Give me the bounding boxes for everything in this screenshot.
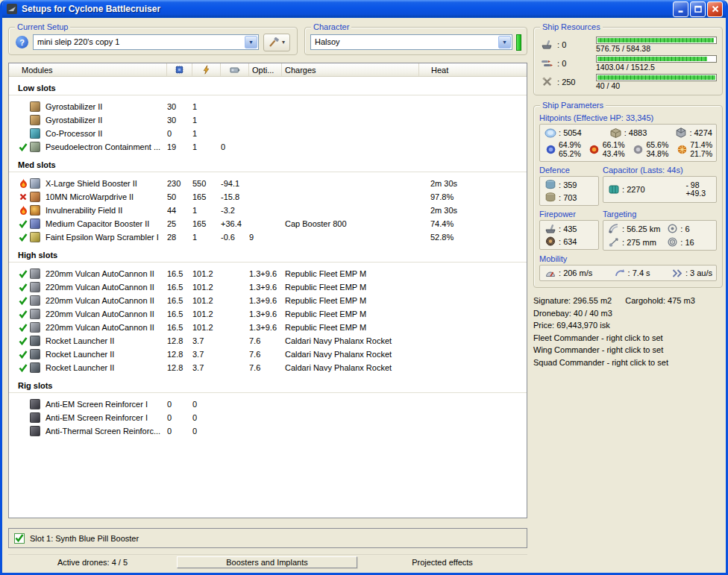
offline-cross-icon bbox=[19, 193, 27, 201]
scrambler-module-icon bbox=[30, 232, 40, 242]
slot-section-header: Low slots bbox=[9, 84, 527, 95]
module-row[interactable]: Rocket Launcher II 12.8 3.7 7.6 Caldari … bbox=[9, 348, 527, 361]
module-row[interactable]: 220mm Vulcan AutoCannon II 16.5 101.2 1.… bbox=[9, 321, 527, 334]
module-powergrid-value: 101.2 bbox=[192, 296, 221, 305]
setup-combobox[interactable]: mini sleip 220's copy 1 ▼ bbox=[33, 34, 259, 50]
squad-commander-text[interactable]: Squad Commander - right click to set bbox=[533, 356, 723, 369]
character-combobox-value[interactable]: Halsoy bbox=[311, 35, 498, 49]
module-charge: Caldari Navy Phalanx Rocket bbox=[282, 350, 419, 359]
defence-label: Defence bbox=[539, 166, 599, 175]
module-row[interactable]: 220mm Vulcan AutoCannon II 16.5 101.2 1.… bbox=[9, 267, 527, 280]
module-cpu-value: 0 bbox=[167, 413, 192, 422]
slot-section-header: High slots bbox=[9, 251, 527, 263]
character-skill-indicator bbox=[516, 34, 521, 51]
module-cpu-value: 19 bbox=[167, 142, 192, 151]
close-button[interactable] bbox=[707, 1, 723, 17]
module-row[interactable]: X-Large Shield Booster II 230 550 -94.1 … bbox=[9, 177, 527, 190]
help-icon[interactable]: ? bbox=[16, 36, 28, 48]
character-combobox[interactable]: Halsoy ▼ bbox=[310, 34, 512, 50]
module-row[interactable]: 220mm Vulcan AutoCannon II 16.5 101.2 1.… bbox=[9, 280, 527, 294]
module-icon-cell bbox=[30, 309, 43, 319]
hitpoints-label: Hitpoints (Effective HP: 33,345) bbox=[539, 113, 717, 122]
module-cpu-value: 12.8 bbox=[167, 336, 192, 345]
module-row[interactable]: Medium Capacitor Booster II 25 165 +36.4… bbox=[9, 217, 527, 230]
hitpoints-box: 5054 4883 4274 64.9%65.2% 66.1%43.4% 65.… bbox=[539, 124, 717, 162]
slot-section-title: Low slots bbox=[18, 84, 56, 92]
setup-tools-button[interactable]: ▾ bbox=[263, 34, 290, 51]
module-row[interactable]: Invulnerability Field II 44 1 -3.2 2m 30… bbox=[9, 204, 527, 217]
opti-column-header: Opti... bbox=[249, 63, 282, 76]
hull-icon bbox=[674, 128, 688, 138]
module-icon-cell bbox=[30, 219, 43, 229]
current-setup-group: Current Setup ? mini sleip 220's copy 1 … bbox=[8, 27, 298, 55]
shield-booster-module-icon bbox=[30, 178, 40, 189]
module-cpu-value: 25 bbox=[167, 219, 192, 228]
module-status bbox=[16, 297, 30, 305]
module-status bbox=[16, 310, 30, 318]
module-row[interactable]: 220mm Vulcan AutoCannon II 16.5 101.2 1.… bbox=[9, 307, 527, 321]
module-row[interactable]: Anti-Thermal Screen Reinforc... 0 0 bbox=[9, 424, 527, 438]
module-row[interactable]: Rocket Launcher II 12.8 3.7 7.6 Caldari … bbox=[9, 334, 527, 348]
projected-effects-panel[interactable]: Projected effects bbox=[357, 556, 527, 568]
minimize-icon bbox=[677, 5, 685, 13]
module-row[interactable]: Co-Processor II 0 1 bbox=[9, 127, 527, 140]
module-row[interactable]: Rocket Launcher II 12.8 3.7 7.6 Caldari … bbox=[9, 361, 527, 374]
module-cpu-value: 230 bbox=[167, 179, 192, 188]
wrench-icon bbox=[269, 37, 279, 47]
module-heat: 2m 30s bbox=[419, 206, 527, 215]
module-row[interactable]: Gyrostabilizer II 30 1 bbox=[9, 100, 527, 113]
module-row[interactable]: Anti-EM Screen Reinforcer I 0 0 bbox=[9, 398, 527, 411]
max-velocity-icon bbox=[544, 268, 557, 277]
module-cpu-value: 30 bbox=[167, 116, 192, 125]
shield-thermal-resist: 66.1% bbox=[603, 141, 625, 150]
titlebar[interactable]: Setups for Cyclone Battlecruiser bbox=[2, 0, 726, 18]
active-drones-panel[interactable]: Active drones: 4 / 5 bbox=[8, 556, 177, 568]
module-name: 220mm Vulcan AutoCannon II bbox=[43, 269, 167, 278]
defence-box: 359 703 bbox=[539, 176, 599, 206]
module-powergrid-value: 1 bbox=[192, 142, 221, 151]
hull-hp-value: 4274 bbox=[689, 128, 712, 137]
active-check-icon bbox=[19, 297, 28, 305]
calibration-icon bbox=[542, 77, 552, 87]
module-charge: Republic Fleet EMP M bbox=[282, 323, 419, 332]
module-capacitor-value: -94.1 bbox=[221, 179, 249, 188]
shield-kinetic-resist: 65.6% bbox=[646, 141, 668, 150]
fleet-commander-text[interactable]: Fleet Commander - right click to set bbox=[533, 332, 723, 345]
setup-combobox-arrow[interactable]: ▼ bbox=[245, 36, 257, 48]
booster-checkbox[interactable] bbox=[14, 533, 25, 544]
module-powergrid-value: 101.2 bbox=[192, 310, 221, 318]
wing-commander-text[interactable]: Wing Commander - right click to set bbox=[533, 344, 723, 356]
module-cpu-value: 16.5 bbox=[167, 323, 192, 332]
sensor-strength-value: 16 bbox=[680, 238, 694, 247]
module-icon-cell bbox=[30, 128, 43, 139]
module-row[interactable]: Faint Epsilon Warp Scrambler I 28 1 -0.6… bbox=[9, 230, 527, 244]
module-row[interactable]: 220mm Vulcan AutoCannon II 16.5 101.2 1.… bbox=[9, 294, 527, 307]
module-powergrid-value: 1 bbox=[192, 102, 221, 111]
module-row[interactable]: Anti-EM Screen Reinforcer I 0 0 bbox=[9, 411, 527, 424]
maximize-button[interactable] bbox=[690, 1, 706, 17]
capacitor-peak-value: +49.3 bbox=[685, 189, 706, 198]
max-targets-value: 6 bbox=[680, 224, 689, 233]
module-row[interactable]: Gyrostabilizer II 30 1 bbox=[9, 113, 527, 127]
module-status bbox=[16, 283, 30, 292]
capacitor-column-header bbox=[221, 63, 249, 76]
dronebay-text: Dronebay: 40 / 40 m3 bbox=[533, 307, 723, 320]
calibration-value: 250 bbox=[557, 78, 593, 87]
module-cpu-value: 12.8 bbox=[167, 363, 192, 372]
modules-table-header: Modules Opti... Charges Heat bbox=[9, 63, 527, 77]
character-combobox-arrow[interactable]: ▼ bbox=[498, 36, 511, 48]
module-powergrid-value: 1 bbox=[192, 206, 221, 215]
module-row[interactable]: Pseudoelectron Containment ... 19 1 0 bbox=[9, 140, 527, 154]
close-icon bbox=[712, 5, 719, 13]
module-capacitor-value: 0 bbox=[221, 142, 249, 151]
setup-combobox-value[interactable]: mini sleip 220's copy 1 bbox=[34, 35, 244, 49]
module-status bbox=[16, 270, 30, 278]
module-icon-cell bbox=[30, 178, 43, 189]
module-row[interactable]: 10MN MicroWarpdrive II 50 165 -15.8 97.8… bbox=[9, 190, 527, 204]
module-icon-cell bbox=[30, 232, 43, 242]
boosters-implants-button[interactable]: Boosters and Implants bbox=[177, 556, 357, 568]
minimize-button[interactable] bbox=[673, 1, 688, 17]
ship-resources-label: Ship Resources bbox=[540, 22, 603, 32]
turrets-cpu-row: 0 576.75 / 584.38 bbox=[539, 35, 717, 54]
module-name: Rocket Launcher II bbox=[43, 336, 167, 345]
